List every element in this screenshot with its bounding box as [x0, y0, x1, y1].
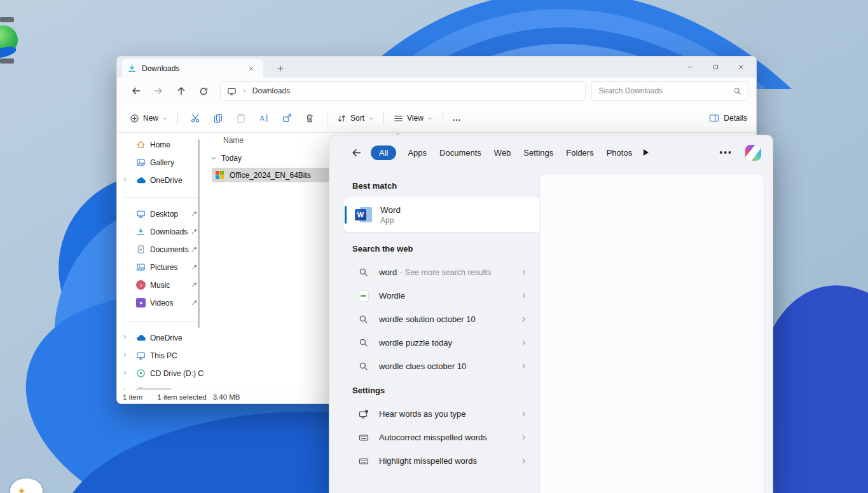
- forward-icon: [153, 86, 163, 96]
- sidebar-item-pictures[interactable]: Pictures: [117, 259, 204, 276]
- toolbar-divider: [327, 111, 327, 125]
- explorer-search-box[interactable]: Search Downloads: [591, 81, 748, 101]
- minimize-button[interactable]: [677, 57, 703, 77]
- settings-result-row[interactable]: Highlight misspelled words: [344, 449, 535, 473]
- tabs-overflow-arrow-icon[interactable]: [644, 149, 649, 156]
- suggestion-text: Wordle: [379, 291, 405, 301]
- details-button[interactable]: Details: [709, 113, 747, 123]
- rename-icon: [259, 113, 269, 123]
- explorer-tab-downloads[interactable]: Downloads: [122, 59, 263, 78]
- monitor-icon: [227, 86, 237, 96]
- search-icon: [358, 361, 369, 371]
- forward-button[interactable]: [147, 81, 169, 100]
- tab-web[interactable]: Web: [488, 145, 518, 160]
- file-name: Office_2024_EN_64Bits: [230, 171, 311, 180]
- copy-button[interactable]: [207, 108, 230, 128]
- close-button[interactable]: [728, 57, 754, 77]
- sidebar-item-onedrive[interactable]: OneDrive: [117, 172, 204, 189]
- chevron-down-icon: [162, 116, 168, 121]
- sidebar-tree-onedrive[interactable]: OneDrive: [117, 329, 204, 347]
- pin-icon: [191, 264, 198, 271]
- chevron-right-icon[interactable]: [520, 269, 527, 276]
- result-title: Word: [380, 205, 401, 215]
- search-back-button[interactable]: [351, 147, 362, 158]
- tab-settings[interactable]: Settings: [517, 145, 560, 160]
- sidebar-item-documents[interactable]: Documents: [117, 241, 204, 259]
- monitor-speech-icon: [358, 409, 369, 419]
- chevron-right-icon[interactable]: [520, 316, 527, 323]
- search-results-column: Best match W Word App Search the web wor…: [344, 170, 535, 473]
- settings-result-text: Hear words as you type: [379, 409, 466, 419]
- sidebar-item-downloads[interactable]: Downloads: [117, 223, 204, 241]
- chevron-right-icon[interactable]: [520, 292, 527, 299]
- share-button[interactable]: [275, 108, 298, 128]
- videos-icon: [136, 298, 146, 307]
- best-match-result-word[interactable]: W Word App: [344, 198, 544, 232]
- web-suggestion-row[interactable]: wordle clues october 10: [344, 355, 535, 378]
- chevron-right-icon[interactable]: [520, 457, 527, 464]
- back-button[interactable]: [125, 81, 147, 100]
- paste-button[interactable]: [230, 108, 252, 128]
- suggestion-text: wordle clues october 10: [379, 361, 466, 371]
- settings-result-row[interactable]: Autocorrect misspelled words: [344, 426, 535, 449]
- web-suggestion-row[interactable]: wordle puzzle today: [344, 331, 535, 355]
- web-suggestion-row[interactable]: Wordle: [344, 284, 535, 307]
- up-icon: [176, 86, 186, 96]
- pin-icon: [191, 299, 198, 306]
- sort-button[interactable]: Sort: [333, 108, 378, 128]
- breadcrumb[interactable]: Downloads: [252, 86, 290, 95]
- paste-icon: [236, 113, 246, 123]
- tab-folders[interactable]: Folders: [560, 145, 600, 160]
- settings-result-row[interactable]: Hear words as you type: [344, 402, 535, 426]
- sidebar-item-gallery[interactable]: Gallery: [117, 154, 204, 172]
- close-icon: [738, 64, 745, 71]
- pin-icon: [191, 210, 198, 217]
- maximize-button[interactable]: [703, 57, 728, 77]
- tab-apps[interactable]: Apps: [401, 145, 433, 160]
- explorer-command-bar: New Sort View ...: [117, 104, 756, 133]
- copilot-icon[interactable]: [745, 145, 761, 161]
- wordle-favicon: [358, 290, 369, 302]
- web-suggestion-row[interactable]: wordle solution october 10: [344, 307, 535, 331]
- search-more-options[interactable]: •••: [719, 147, 733, 158]
- chevron-right-icon[interactable]: [520, 434, 527, 441]
- refresh-button[interactable]: [192, 81, 214, 100]
- view-button[interactable]: View: [390, 108, 437, 128]
- column-header-name[interactable]: Name: [223, 136, 244, 145]
- view-label: View: [407, 114, 424, 123]
- address-bar[interactable]: Downloads: [220, 81, 586, 101]
- sidebar-item-home[interactable]: Home: [117, 136, 204, 154]
- more-options-button[interactable]: ...: [449, 108, 465, 128]
- window-controls: [677, 57, 754, 77]
- sidebar-scrollbar[interactable]: [198, 139, 200, 328]
- rename-button[interactable]: [252, 108, 275, 128]
- file-row-selected[interactable]: Office_2024_EN_64Bits: [212, 168, 336, 182]
- web-suggestion-row[interactable]: word - See more search results: [344, 260, 535, 284]
- new-button[interactable]: New: [126, 108, 172, 128]
- sidebar-item-desktop[interactable]: Desktop: [117, 205, 204, 223]
- sidebar-tree-this-pc[interactable]: This PC: [117, 347, 204, 365]
- best-match-heading: Best match: [352, 181, 535, 191]
- tab-documents[interactable]: Documents: [433, 145, 488, 160]
- ms-office-setup-icon: [216, 171, 224, 180]
- settings-result-text: Highlight misspelled words: [379, 456, 477, 466]
- sidebar-item-videos[interactable]: Videos: [117, 294, 204, 312]
- cut-button[interactable]: [184, 108, 207, 128]
- pictures-icon: [136, 262, 146, 272]
- tab-close-icon[interactable]: [244, 62, 258, 76]
- chevron-right-icon[interactable]: [520, 410, 527, 417]
- chevron-right-icon[interactable]: [520, 339, 527, 346]
- delete-button[interactable]: [298, 108, 321, 128]
- chevron-right-icon[interactable]: [520, 363, 527, 370]
- sidebar-tree-cd-drive[interactable]: CD Drive (D:) CC: [117, 365, 204, 382]
- pin-icon: [191, 246, 198, 253]
- tab-all[interactable]: All: [371, 145, 396, 160]
- up-button[interactable]: [170, 81, 192, 100]
- refresh-icon: [199, 86, 209, 96]
- toolbar-divider: [443, 111, 443, 125]
- tab-photos[interactable]: Photos: [600, 145, 638, 160]
- new-tab-button[interactable]: [273, 62, 287, 76]
- this-pc-icon: [136, 351, 146, 360]
- search-filter-tabs: All Apps Documents Web Settings Folders …: [329, 135, 773, 170]
- sidebar-item-music[interactable]: ♪ Music: [117, 276, 204, 294]
